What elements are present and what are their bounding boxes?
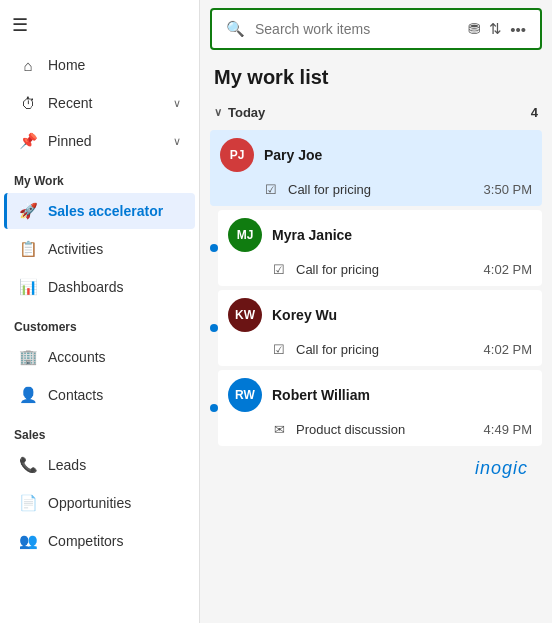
search-icon: 🔍 — [226, 20, 245, 38]
search-input[interactable] — [255, 21, 458, 37]
today-count: 4 — [531, 105, 538, 120]
activity-time: 4:49 PM — [484, 422, 532, 437]
contact-header: KW Korey Wu — [218, 290, 542, 336]
contact-name: Pary Joe — [264, 147, 322, 163]
search-bar: 🔍 ⛃ ⇅ ••• — [210, 8, 542, 50]
dot-indicator — [210, 324, 218, 332]
sidebar-item-pinned[interactable]: 📌 Pinned ∨ — [4, 123, 195, 159]
avatar: KW — [228, 298, 262, 332]
section-title-customers: Customers — [0, 306, 199, 338]
pin-icon: 📌 — [18, 131, 38, 151]
activities-icon: 📋 — [18, 239, 38, 259]
avatar: RW — [228, 378, 262, 412]
more-icon[interactable]: ••• — [510, 21, 526, 38]
contact-card[interactable]: PJ Pary Joe ☑ Call for pricing 3:50 PM — [210, 130, 542, 206]
today-section-header: ∨ Today 4 — [210, 99, 542, 126]
work-list-title: My work list — [210, 58, 542, 99]
sidebar-item-label: Sales accelerator — [48, 203, 181, 219]
activity-label: Call for pricing — [288, 182, 476, 197]
accounts-icon: 🏢 — [18, 347, 38, 367]
contact-name: Myra Janice — [272, 227, 352, 243]
sidebar-item-home[interactable]: ⌂ Home — [4, 47, 195, 83]
contact-name: Robert William — [272, 387, 370, 403]
contact-header: PJ Pary Joe — [210, 130, 542, 176]
search-actions: ⛃ ⇅ ••• — [468, 20, 526, 38]
recent-icon: ⏱ — [18, 93, 38, 113]
today-collapse-icon[interactable]: ∨ — [214, 106, 222, 119]
dot-indicator — [210, 404, 218, 412]
section-title-sales: Sales — [0, 414, 199, 446]
activity-time: 3:50 PM — [484, 182, 532, 197]
sidebar-item-label: Home — [48, 57, 181, 73]
activity-label: Call for pricing — [296, 342, 476, 357]
checkbox-icon: ☑ — [270, 340, 288, 358]
contact-activity: ☑ Call for pricing 4:02 PM — [218, 336, 542, 366]
sidebar-item-label: Contacts — [48, 387, 181, 403]
home-icon: ⌂ — [18, 55, 38, 75]
contact-activity: ☑ Call for pricing 4:02 PM — [218, 256, 542, 286]
dashboards-icon: 📊 — [18, 277, 38, 297]
opportunities-icon: 📄 — [18, 493, 38, 513]
competitors-icon: 👥 — [18, 531, 38, 551]
sidebar-item-recent[interactable]: ⏱ Recent ∨ — [4, 85, 195, 121]
contact-activity: ✉ Product discussion 4:49 PM — [218, 416, 542, 446]
checkbox-icon: ☑ — [270, 260, 288, 278]
dot-indicator — [210, 244, 218, 252]
today-label: Today — [228, 105, 265, 120]
activity-label: Product discussion — [296, 422, 476, 437]
activity-time: 4:02 PM — [484, 342, 532, 357]
sidebar-item-leads[interactable]: 📞 Leads — [4, 447, 195, 483]
sidebar-item-sales-accelerator[interactable]: 🚀 Sales accelerator — [4, 193, 195, 229]
contact-card[interactable]: KW Korey Wu ☑ Call for pricing 4:02 PM — [218, 290, 542, 366]
sort-icon[interactable]: ⇅ — [489, 20, 502, 38]
sidebar-item-label: Accounts — [48, 349, 181, 365]
avatar: MJ — [228, 218, 262, 252]
contact-activity: ☑ Call for pricing 3:50 PM — [210, 176, 542, 206]
chevron-icon: ∨ — [173, 135, 181, 148]
sidebar-header: ☰ — [0, 0, 199, 46]
sidebar-item-activities[interactable]: 📋 Activities — [4, 231, 195, 267]
sidebar-item-label: Recent — [48, 95, 173, 111]
sidebar-item-label: Leads — [48, 457, 181, 473]
sidebar-item-opportunities[interactable]: 📄 Opportunities — [4, 485, 195, 521]
email-icon: ✉ — [270, 420, 288, 438]
branding: inogic — [210, 450, 542, 483]
sidebar-item-contacts[interactable]: 👤 Contacts — [4, 377, 195, 413]
hamburger-icon[interactable]: ☰ — [12, 14, 28, 36]
sidebar: ☰ ⌂ Home ⏱ Recent ∨ 📌 Pinned ∨ My Work 🚀… — [0, 0, 200, 623]
sidebar-item-label: Competitors — [48, 533, 181, 549]
sidebar-item-label: Opportunities — [48, 495, 181, 511]
sidebar-item-accounts[interactable]: 🏢 Accounts — [4, 339, 195, 375]
main-content: 🔍 ⛃ ⇅ ••• My work list ∨ Today 4 PJ Pary… — [200, 0, 552, 623]
sales-accelerator-icon: 🚀 — [18, 201, 38, 221]
activity-time: 4:02 PM — [484, 262, 532, 277]
chevron-icon: ∨ — [173, 97, 181, 110]
contact-header: MJ Myra Janice — [218, 210, 542, 256]
sidebar-item-dashboards[interactable]: 📊 Dashboards — [4, 269, 195, 305]
sidebar-item-label: Activities — [48, 241, 181, 257]
avatar: PJ — [220, 138, 254, 172]
filter-icon[interactable]: ⛃ — [468, 20, 481, 38]
sidebar-item-label: Pinned — [48, 133, 173, 149]
sidebar-item-competitors[interactable]: 👥 Competitors — [4, 523, 195, 559]
sidebar-item-label: Dashboards — [48, 279, 181, 295]
checkbox-icon: ☑ — [262, 180, 280, 198]
contact-header: RW Robert William — [218, 370, 542, 416]
leads-icon: 📞 — [18, 455, 38, 475]
contacts-icon: 👤 — [18, 385, 38, 405]
contact-name: Korey Wu — [272, 307, 337, 323]
contact-card[interactable]: MJ Myra Janice ☑ Call for pricing 4:02 P… — [218, 210, 542, 286]
work-list-container: My work list ∨ Today 4 PJ Pary Joe ☑ Cal… — [200, 58, 552, 623]
section-title-mywork: My Work — [0, 160, 199, 192]
contact-card[interactable]: RW Robert William ✉ Product discussion 4… — [218, 370, 542, 446]
activity-label: Call for pricing — [296, 262, 476, 277]
